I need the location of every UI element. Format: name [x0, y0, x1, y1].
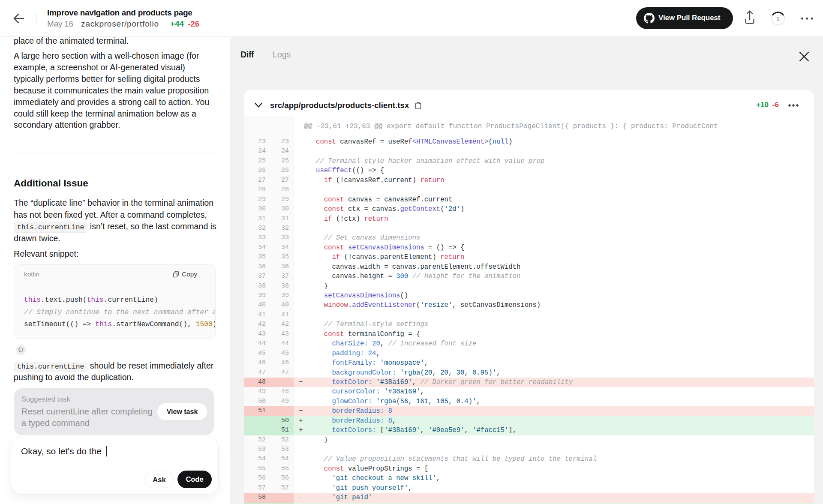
svg-text:1: 1	[776, 15, 780, 22]
